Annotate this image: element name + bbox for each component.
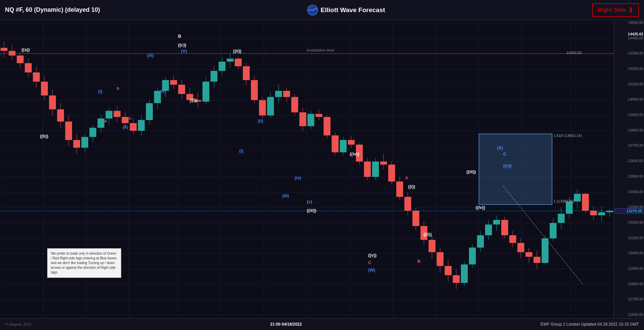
price-tick: 13000.00 bbox=[615, 251, 643, 255]
price-tick: 13200.00 bbox=[615, 220, 643, 224]
footer-bar: © eSignal, 2022 21:00 04/18/2022 EWF Gro… bbox=[0, 318, 644, 330]
header-bar: NQ #F, 60 (Dynamic) (delayed 10) Elliott… bbox=[0, 0, 644, 20]
price-tick: 14400.00 bbox=[615, 36, 643, 40]
chart-title-area: NQ #F, 60 (Dynamic) (delayed 10) bbox=[5, 6, 100, 13]
chart-title: NQ #F, 60 (Dynamic) (delayed 10) bbox=[5, 6, 100, 13]
price-tick: 13500.00 bbox=[615, 174, 643, 178]
price-tick: 13700.00 bbox=[615, 143, 643, 147]
price-tick: 14000.00 bbox=[615, 97, 643, 101]
price-tick: 13400.00 bbox=[615, 190, 643, 194]
right-side-label: Right Side bbox=[598, 7, 626, 13]
invalidation-label: Invalidation level bbox=[307, 48, 334, 52]
wave-projection-box bbox=[479, 134, 552, 205]
price-tick: 14500.00 bbox=[615, 21, 643, 25]
date-bar: 21:00 04/18/2022 bbox=[270, 322, 302, 327]
price-tick: 13600.00 bbox=[615, 159, 643, 163]
price-tick: 12700.00 bbox=[615, 297, 643, 301]
price-tick: 14300.00 bbox=[615, 51, 643, 55]
fib-bottom-label: 1 (13382.85) bbox=[553, 199, 574, 203]
price-tick: 12800.00 bbox=[615, 282, 643, 286]
price-tick: 13279.25 bbox=[615, 208, 643, 214]
price-tick: 13100.00 bbox=[615, 236, 643, 240]
fib-top-label: 1.618 (13663.14) bbox=[553, 134, 582, 138]
disclaimer-box: We prefer to trade only in direction of … bbox=[47, 248, 121, 278]
chart-container: NQ #F, 60 (Dynamic) (delayed 10) Elliott… bbox=[0, 0, 644, 330]
price-axis: ⊞ 14500.0014425.6214400.0014300.0014200.… bbox=[614, 20, 644, 318]
price-tick: 12900.00 bbox=[615, 266, 643, 270]
price-tick: 14425.62 bbox=[615, 32, 643, 36]
brand-name: Elliott Wave Forecast bbox=[321, 6, 385, 14]
logo-area: Elliott Wave Forecast bbox=[307, 5, 385, 15]
down-arrow-icon: ⬇ bbox=[628, 6, 634, 14]
wave-logo-icon bbox=[307, 5, 318, 15]
price-tick: 13800.00 bbox=[615, 128, 643, 132]
price-tick: 13900.00 bbox=[615, 113, 643, 117]
price-tick: 14200.00 bbox=[615, 67, 643, 71]
disclaimer-text: We prefer to trade only in direction of … bbox=[51, 252, 117, 274]
price-tick: 14100.00 bbox=[615, 82, 643, 86]
chart-area: 1.618 (13663.14) 1 (13382.85) Invalidati… bbox=[0, 20, 614, 318]
right-side-badge: Right Side ⬇ bbox=[592, 3, 639, 17]
source-credit: © eSignal, 2022 bbox=[5, 322, 31, 326]
ewf-credit: EWF Group 2 London Updated 04.28.2022 10… bbox=[541, 322, 639, 327]
invalidation-value: 14303.55 bbox=[566, 51, 582, 55]
price-tick: 12600.00 bbox=[615, 313, 643, 317]
